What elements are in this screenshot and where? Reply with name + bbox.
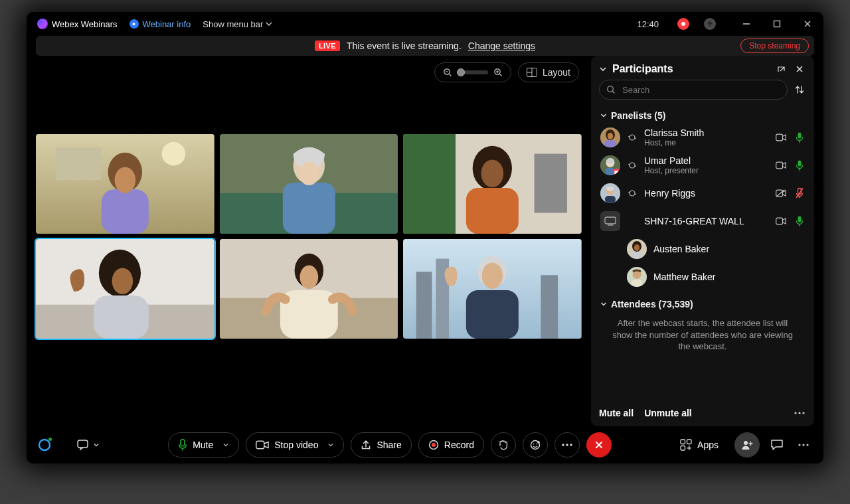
participant-row[interactable]: SHN7-16-GREAT WALL [591,207,814,235]
svg-point-66 [794,412,796,414]
chat-button[interactable] [766,439,788,451]
svg-rect-8 [102,189,149,234]
svg-point-29 [299,266,318,290]
chevron-down-icon [327,442,334,448]
show-menu-bar-button[interactable]: Show menu bar [203,19,272,29]
svg-rect-43 [776,134,783,141]
participant-name: Henry Riggs [644,188,769,199]
stop-streaming-button[interactable]: Stop steaming [740,39,809,53]
layout-icon [527,68,537,77]
app-window: Webex Webinars ● Webinar info Show menu … [27,12,823,463]
svg-rect-50 [798,161,802,167]
camera-icon [776,132,786,143]
apps-button[interactable]: Apps [680,439,719,451]
svg-rect-49 [776,162,783,169]
share-icon [361,440,371,450]
zoom-out-icon [443,68,452,77]
chevron-down-icon [93,442,100,448]
participant-role: Host, presenter [644,166,769,175]
close-panel-button[interactable] [793,62,806,76]
svg-rect-57 [776,218,783,224]
svg-rect-71 [181,440,185,446]
search-input-wrapper[interactable] [599,80,788,100]
participants-button[interactable] [734,432,760,458]
app-name: Webex Webinars [52,19,118,29]
window-maximize-button[interactable] [768,20,786,28]
chevron-down-icon[interactable] [599,65,607,73]
device-icon [600,211,620,231]
sort-button[interactable] [793,84,806,95]
participant-name: Umar Patel [644,155,769,166]
panelists-section-header[interactable]: Panelists (5) [591,106,814,124]
svg-rect-13 [282,183,335,234]
share-button[interactable]: Share [351,432,411,458]
more-panel-button[interactable] [793,406,806,420]
raise-hand-button[interactable] [491,432,516,458]
more-options-button[interactable] [554,432,580,458]
svg-rect-42 [604,140,616,147]
svg-point-79 [566,444,568,446]
participant-row-nested[interactable]: Austen Baker [591,235,814,263]
video-tile-active[interactable] [36,239,214,339]
end-call-button[interactable] [586,432,612,458]
window-minimize-button[interactable] [737,20,756,28]
chevron-down-icon [266,21,272,27]
change-settings-link[interactable]: Change settings [468,41,535,51]
layout-button[interactable]: Layout [518,62,579,82]
reactions-button[interactable] [77,440,100,450]
unmute-all-button[interactable]: Unmute all [644,408,692,418]
presenter-badge-icon [614,169,620,175]
participant-row[interactable]: Clarissa Smith Host, me [591,124,814,151]
video-tile[interactable] [403,239,582,339]
sync-icon [627,133,638,142]
video-tile[interactable] [36,134,214,234]
window-close-button[interactable] [798,20,817,28]
record-button[interactable]: Record [418,432,484,458]
svg-point-67 [798,412,800,414]
assistant-button[interactable] [37,438,52,452]
svg-rect-44 [798,133,802,139]
svg-point-41 [608,133,613,139]
clock: 12:40 [637,19,659,29]
participant-row-nested[interactable]: Matthew Baker [591,263,814,291]
svg-rect-34 [541,275,558,339]
svg-rect-62 [632,252,642,259]
svg-rect-65 [632,280,642,287]
stop-video-button[interactable]: Stop video [246,432,344,458]
emoji-reactions-button[interactable] [523,432,548,458]
participant-row[interactable]: Umar Patel Host, presenter [591,151,814,179]
mute-button[interactable]: Mute [168,432,239,458]
panel-options-button[interactable] [794,444,813,446]
svg-rect-32 [416,272,432,339]
avatar [600,183,620,203]
microphone-muted-icon [794,188,805,199]
camera-icon [776,160,786,171]
webex-logo-icon [37,19,48,29]
sync-icon [627,161,638,170]
app-logo: Webex Webinars [37,19,118,29]
video-tile[interactable] [403,134,582,234]
video-tile[interactable] [220,134,398,234]
upload-indicator-icon[interactable] [704,18,716,30]
panel-title: Participants [612,63,673,75]
recording-indicator-icon[interactable] [677,18,689,30]
camera-off-icon [776,188,786,199]
attendees-section-header[interactable]: Attendees (73,539) [591,295,814,312]
control-dock: Mute Stop video Share Record [27,426,823,463]
svg-point-38 [608,86,614,92]
zoom-in-icon [493,68,503,77]
video-tile[interactable] [220,239,398,339]
svg-rect-82 [687,440,692,444]
svg-point-36 [482,263,503,290]
mute-all-button[interactable]: Mute all [599,408,634,418]
svg-rect-0 [774,21,780,27]
microphone-on-icon [794,216,805,226]
zoom-slider[interactable] [434,62,511,82]
popout-button[interactable] [774,62,788,76]
participant-row[interactable]: Henry Riggs [591,179,814,207]
svg-point-80 [570,444,572,446]
webinar-info-button[interactable]: ● Webinar info [129,19,191,29]
svg-rect-48 [614,171,620,175]
search-input[interactable] [621,84,780,96]
svg-rect-17 [535,154,567,213]
